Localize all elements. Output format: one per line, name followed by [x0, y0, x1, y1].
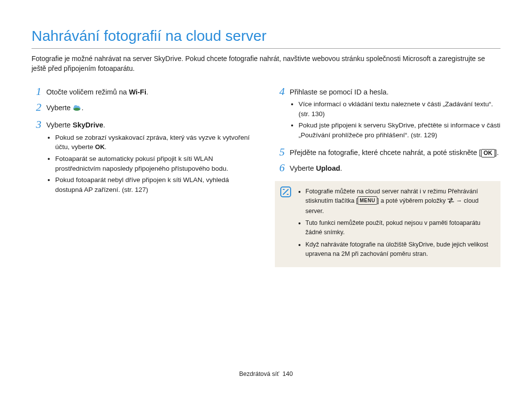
- step-6: 6 Vyberte Upload.: [275, 162, 500, 174]
- step-5: 5 Přejděte na fotografie, které chcete n…: [275, 146, 500, 158]
- ok-bold: OK: [95, 143, 105, 151]
- note-box: Fotografie můžete na cloud server nahrát…: [275, 181, 500, 267]
- menu-button-label: MENU: [358, 196, 377, 205]
- note-item: Fotografie můžete na cloud server nahrát…: [305, 187, 494, 216]
- footer-page-number: 140: [283, 370, 293, 377]
- step-text-end: .: [146, 88, 148, 96]
- page-title: Nahrávání fotografií na cloud server: [32, 28, 500, 44]
- note-icon: [280, 186, 292, 198]
- intro-text: Fotografie je možné nahrávat na server S…: [32, 54, 500, 74]
- note-text: ] a poté výběrem položky: [377, 197, 447, 204]
- step-number: 1: [32, 86, 41, 98]
- columns: 1 Otočte voličem režimů na Wi-Fi. 2 Vybe…: [32, 86, 500, 268]
- note-item: Tuto funkci nemůžete použít, pokud nejso…: [305, 218, 494, 237]
- step-bold: Upload: [316, 164, 340, 172]
- step-3: 3 Vyberte SkyDrive. Pokud se zobrazí vys…: [32, 119, 257, 196]
- left-column: 1 Otočte voličem režimů na Wi-Fi. 2 Vybe…: [32, 86, 257, 268]
- cloud-color-icon: [72, 104, 81, 115]
- step-2: 2 Vyberte .: [32, 101, 257, 115]
- bullet: Pokud jste připojeni k serveru SkyDrive,…: [299, 121, 500, 140]
- ok-button-label: OK: [481, 149, 495, 158]
- footer-section: Bezdrátová síť: [239, 370, 279, 377]
- bullet: Fotoaparát se automaticky pokusí připoji…: [55, 154, 257, 173]
- step-text: Otočte voličem režimů na: [46, 88, 129, 96]
- bullet: Pokud fotoaparát nebyl dříve připojen k …: [55, 175, 257, 194]
- bullet-text: Pokud se zobrazí vyskakovací zpráva, kte…: [55, 134, 250, 151]
- step-text: Vyberte: [290, 164, 316, 172]
- step-text-end: .: [103, 121, 105, 129]
- page-footer: Bezdrátová síť 140: [32, 370, 500, 377]
- note-item: Když nahráváte fotografie na úložiště Sk…: [305, 240, 494, 259]
- step-3-bullets: Pokud se zobrazí vyskakovací zpráva, kte…: [46, 133, 257, 195]
- title-rule: [32, 48, 500, 49]
- step-text-end: ].: [495, 149, 499, 156]
- bullet-text-end: .: [105, 143, 107, 151]
- step-1: 1 Otočte voličem režimů na Wi-Fi.: [32, 86, 257, 98]
- transfer-icon: [447, 197, 454, 207]
- step-text: Přejděte na fotografie, které chcete nah…: [290, 149, 481, 156]
- step-4-bullets: Více informací o vkládání textu naleznet…: [290, 99, 500, 140]
- step-text: Vyberte: [46, 104, 72, 112]
- step-text-end: .: [340, 164, 342, 172]
- step-4: 4 Přihlaste se pomocí ID a hesla. Více i…: [275, 86, 500, 142]
- step-text: Přihlaste se pomocí ID a hesla.: [290, 87, 500, 98]
- bullet: Pokud se zobrazí vyskakovací zpráva, kte…: [55, 133, 257, 152]
- step-bold: SkyDrive: [72, 121, 103, 129]
- bullet: Více informací o vkládání textu naleznet…: [299, 99, 500, 119]
- step-text: Vyberte: [46, 121, 72, 129]
- wifi-label: Wi-Fi: [129, 88, 146, 96]
- svg-point-3: [74, 108, 81, 111]
- step-number: 2: [32, 101, 41, 115]
- step-number: 5: [275, 146, 285, 158]
- step-number: 3: [32, 119, 41, 196]
- step-number: 4: [275, 86, 285, 142]
- step-number: 6: [275, 162, 285, 174]
- step-text-end: .: [81, 104, 83, 112]
- right-column: 4 Přihlaste se pomocí ID a hesla. Více i…: [275, 86, 500, 268]
